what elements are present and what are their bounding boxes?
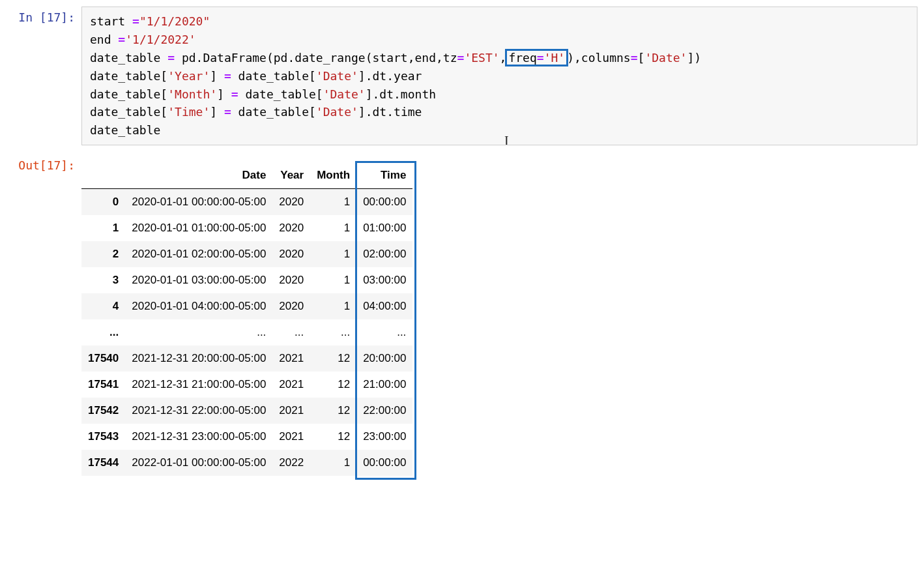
cell-date: 2021-12-31 22:00:00-05:00 (125, 398, 272, 424)
code-token: ),columns (567, 51, 631, 65)
row-index: 17543 (81, 424, 125, 450)
code-token: start (90, 14, 132, 28)
code-token: ] (210, 69, 224, 83)
code-token: = (132, 14, 139, 28)
row-index: ... (81, 319, 125, 345)
cell-month: 12 (310, 398, 356, 424)
code-token: date_table[ (231, 105, 316, 119)
code-token: ] (217, 87, 231, 101)
code-token: = (224, 105, 231, 119)
cell-time: 21:00:00 (356, 372, 412, 398)
cell-date: 2020-01-01 00:00:00-05:00 (125, 189, 272, 216)
cell-month: 1 (310, 267, 356, 293)
table-row: 02020-01-01 00:00:00-05:002020100:00:00 (81, 189, 412, 216)
code-token: 'Date' (316, 105, 358, 119)
table-row: 12020-01-01 01:00:00-05:002020101:00:00 (81, 215, 412, 241)
cell-year: 2021 (272, 372, 310, 398)
code-token: = (537, 51, 544, 65)
table-row: 22020-01-01 02:00:00-05:002020102:00:00 (81, 241, 412, 267)
code-token: ].dt.year (358, 69, 422, 83)
code-token: date_table[ (90, 87, 167, 101)
row-index: 2 (81, 241, 125, 267)
cell-date: 2020-01-01 03:00:00-05:00 (125, 267, 272, 293)
cell-time: 04:00:00 (356, 293, 412, 319)
code-input[interactable]: start ="1/1/2020" end ='1/1/2022' date_t… (81, 7, 917, 145)
code-token: [ (638, 51, 645, 65)
code-token: 'Date' (644, 51, 687, 65)
code-token: date_table (90, 51, 167, 65)
cell-year: 2020 (272, 267, 310, 293)
cell-year: 2021 (272, 398, 310, 424)
code-token: 'Time' (167, 105, 210, 119)
cell-month: 1 (310, 450, 356, 476)
input-cell: In [17]: start ="1/1/2020" end ='1/1/202… (0, 7, 917, 145)
cell-date: 2022-01-01 00:00:00-05:00 (125, 450, 272, 476)
row-index: 17541 (81, 372, 125, 398)
code-token: 'Date' (316, 69, 358, 83)
row-index: 4 (81, 293, 125, 319)
cell-year: 2020 (272, 189, 310, 216)
code-token: pd.DataFrame(pd.date_range(start,end,tz (175, 51, 457, 65)
dataframe-table: Date Year Month Time 02020-01-01 00:00:0… (81, 162, 412, 476)
code-token: end (90, 33, 118, 46)
code-token: 'Date' (323, 87, 366, 101)
code-token: 'EST' (464, 51, 499, 65)
cell-month: 1 (310, 189, 356, 216)
code-token: 'Year' (167, 69, 210, 83)
cell-year: 2021 (272, 345, 310, 372)
table-row: 32020-01-01 03:00:00-05:002020103:00:00 (81, 267, 412, 293)
row-index: 3 (81, 267, 125, 293)
output-cell: Out[17]: Date Year Month Time 02020-01-0… (0, 154, 917, 479)
code-token: 'Month' (167, 87, 217, 101)
cell-year: ... (272, 319, 310, 345)
table-row: ............... (81, 319, 412, 345)
table-row: 175402021-12-31 20:00:00-05:0020211220:0… (81, 345, 412, 372)
code-token: = (224, 69, 231, 83)
code-token: 'H' (544, 51, 566, 65)
cell-date: 2021-12-31 21:00:00-05:00 (125, 372, 272, 398)
code-token: date_table[ (90, 69, 167, 83)
code-token: '1/1/2022' (125, 33, 195, 46)
cell-month: 1 (310, 241, 356, 267)
code-token: = (631, 51, 638, 65)
code-token: = (167, 51, 175, 65)
col-header-time: Time (356, 162, 412, 189)
cell-month: 12 (310, 372, 356, 398)
cell-month: 12 (310, 345, 356, 372)
table-header-row: Date Year Month Time (81, 162, 412, 189)
code-highlight-box: freq='H' (505, 49, 568, 67)
code-token: = (231, 87, 238, 101)
code-token: ].dt.time (358, 105, 422, 119)
cell-date: 2020-01-01 04:00:00-05:00 (125, 293, 272, 319)
code-token: date_table (90, 123, 160, 137)
cell-time: 03:00:00 (356, 267, 412, 293)
cell-month: 1 (310, 293, 356, 319)
code-token: date_table[ (90, 105, 167, 119)
row-index: 17542 (81, 398, 125, 424)
cell-time: 23:00:00 (356, 424, 412, 450)
cell-date: 2021-12-31 20:00:00-05:00 (125, 345, 272, 372)
row-index: 17540 (81, 345, 125, 372)
index-header (81, 162, 125, 189)
row-index: 17544 (81, 450, 125, 476)
code-token: date_table[ (238, 87, 323, 101)
code-token: freq (508, 51, 536, 65)
text-cursor-icon: I (504, 131, 509, 145)
code-token: ] (210, 105, 224, 119)
col-header-year: Year (272, 162, 310, 189)
col-header-month: Month (310, 162, 356, 189)
cell-date: 2020-01-01 02:00:00-05:00 (125, 241, 272, 267)
col-header-date: Date (125, 162, 272, 189)
cell-month: 1 (310, 215, 356, 241)
table-row: 42020-01-01 04:00:00-05:002020104:00:00 (81, 293, 412, 319)
code-token: "1/1/2020" (139, 14, 210, 28)
output-body: Date Year Month Time 02020-01-01 00:00:0… (81, 154, 917, 479)
cell-date: 2020-01-01 01:00:00-05:00 (125, 215, 272, 241)
cell-year: 2020 (272, 215, 310, 241)
table-row: 175412021-12-31 21:00:00-05:0020211221:0… (81, 372, 412, 398)
cell-time: ... (356, 319, 412, 345)
code-token: = (118, 33, 125, 46)
cell-time: 01:00:00 (356, 215, 412, 241)
cell-time: 00:00:00 (356, 189, 412, 216)
cell-date: ... (125, 319, 272, 345)
